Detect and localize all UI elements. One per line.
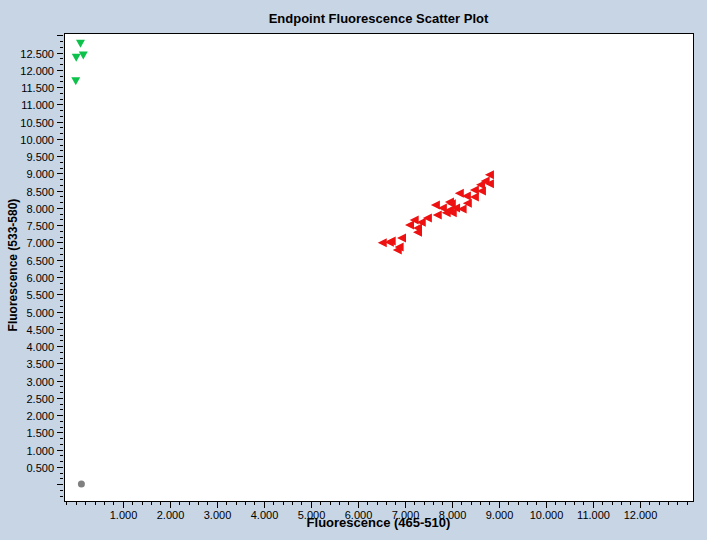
y-tick-label: 9.500 bbox=[26, 151, 54, 163]
y-tick-label: 4.500 bbox=[26, 324, 54, 336]
y-tick-label: 11.000 bbox=[21, 99, 54, 111]
y-tick-label: 6.000 bbox=[26, 272, 54, 284]
y-tick-label: 8.500 bbox=[26, 186, 54, 198]
chart-window: Endpoint Fluorescence Scatter Plot Fluor… bbox=[0, 0, 707, 540]
y-tick-label: 1.000 bbox=[26, 445, 54, 457]
series-gray-circle bbox=[78, 481, 85, 488]
y-tick-label: 1.500 bbox=[26, 427, 54, 439]
y-tick-label: 3.000 bbox=[26, 376, 54, 388]
y-tick-label: 12.000 bbox=[20, 65, 54, 77]
y-tick-label: 4.000 bbox=[26, 341, 54, 353]
scatter-plot-canvas: 1.0002.0003.0004.0005.0006.0007.0008.000… bbox=[0, 0, 707, 540]
y-tick-label: 8.000 bbox=[26, 203, 54, 215]
y-tick-label: 10.000 bbox=[20, 134, 54, 146]
y-tick-label: 7.000 bbox=[26, 237, 54, 249]
y-tick-label: 12.500 bbox=[20, 48, 54, 60]
y-tick-label: 3.500 bbox=[26, 358, 54, 370]
y-tick-label: 11.500 bbox=[21, 82, 54, 94]
y-tick-label: 9.000 bbox=[26, 168, 54, 180]
x-axis-title: Fluorescence (465-510) bbox=[64, 515, 693, 530]
y-tick-label: 6.500 bbox=[26, 255, 54, 267]
y-tick-label: 10.500 bbox=[20, 117, 54, 129]
y-tick-label: 5.000 bbox=[26, 307, 54, 319]
y-tick-label: 2.500 bbox=[26, 393, 54, 405]
y-tick-label: 7.500 bbox=[26, 220, 54, 232]
y-tick-label: 5.500 bbox=[26, 289, 54, 301]
data-point-circle bbox=[78, 481, 85, 488]
plot-area[interactable] bbox=[65, 34, 694, 502]
y-tick-label: 0.500 bbox=[26, 462, 54, 474]
y-tick-label: 2.000 bbox=[26, 410, 54, 422]
